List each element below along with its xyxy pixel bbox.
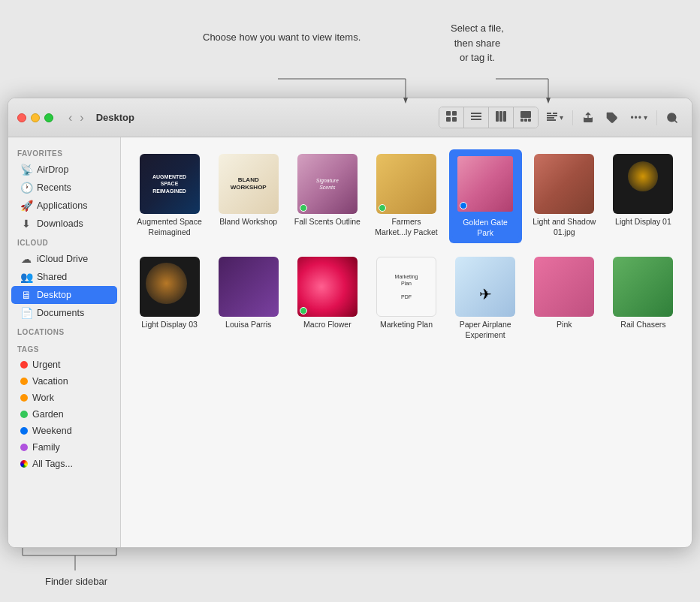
file-thumb: MarketingPlanPDF — [376, 257, 436, 317]
file-thumb — [613, 257, 673, 317]
urgent-dot — [20, 361, 28, 369]
file-label: Macro Flower — [303, 320, 352, 330]
sidebar-item-garden[interactable]: Garden — [11, 406, 117, 423]
search-button[interactable] — [662, 109, 683, 127]
file-label: Farmers Market...ly Packet — [373, 217, 439, 237]
sidebar-item-urgent[interactable]: Urgent — [11, 357, 117, 373]
applications-icon: 🚀 — [20, 200, 32, 212]
sidebar-item-icloud-drive[interactable]: ☁ iCloud Drive — [11, 250, 117, 268]
sidebar-item-vacation[interactable]: Vacation — [11, 373, 117, 390]
file-item-pink[interactable]: Pink — [528, 252, 601, 345]
weekend-dot — [20, 427, 28, 435]
svg-rect-13 — [452, 117, 457, 122]
sidebar-item-recents[interactable]: 🕐 Recents — [11, 179, 117, 197]
file-label: Bland Workshop — [219, 217, 277, 227]
close-button[interactable] — [17, 113, 26, 122]
gallery-view-button[interactable] — [514, 107, 538, 128]
svg-rect-28 — [553, 113, 557, 114]
file-item-farmers-marketly-packet[interactable]: Farmers Market...ly Packet — [370, 149, 442, 243]
file-label: Paper Airplane Experiment — [452, 320, 519, 340]
file-thumb: SignatureScents — [297, 154, 358, 214]
file-area: AUGMENTEDSPACEREIMAGINEDAugmented Space … — [121, 137, 692, 547]
sidebar-item-documents[interactable]: 📄 Documents — [11, 304, 117, 322]
svg-rect-21 — [520, 119, 523, 122]
favorites-header: Favorites — [8, 143, 120, 161]
file-item-louisa-parris[interactable]: Louisa Parris — [212, 252, 285, 345]
more-dropdown-arrow: ▾ — [644, 113, 647, 122]
file-item-marketing-plan[interactable]: MarketingPlanPDFMarketing Plan — [370, 252, 442, 345]
sidebar-item-applications[interactable]: 🚀 Applications — [11, 197, 117, 215]
minimize-button[interactable] — [31, 113, 40, 122]
icloud-header: iCloud — [8, 233, 120, 250]
svg-rect-16 — [471, 119, 481, 120]
tag-button[interactable] — [602, 109, 623, 127]
group-button[interactable]: ▾ — [542, 109, 568, 127]
sidebar-item-family[interactable]: Family — [11, 439, 117, 456]
svg-rect-19 — [503, 111, 506, 122]
svg-rect-18 — [499, 111, 502, 122]
sidebar-item-all-tags[interactable]: All Tags... — [11, 456, 117, 472]
file-label: Louisa Parris — [225, 320, 271, 330]
file-item-light-display-03[interactable]: Light Display 03 — [133, 252, 206, 345]
sidebar-item-downloads[interactable]: ⬇ Downloads — [11, 215, 117, 233]
file-label: Light Display 01 — [615, 217, 671, 227]
tag-indicator — [379, 204, 386, 212]
file-thumb — [140, 257, 200, 317]
sidebar-callout: Finder sidebar — [45, 576, 107, 587]
sidebar-item-desktop[interactable]: 🖥 Desktop — [11, 286, 117, 304]
svg-rect-20 — [520, 111, 531, 118]
more-button[interactable]: ••• ▾ — [626, 110, 652, 126]
svg-rect-12 — [446, 117, 451, 122]
tag-indicator — [460, 202, 467, 209]
nav-buttons: ‹ › — [65, 110, 87, 126]
sidebar-item-work[interactable]: Work — [11, 390, 117, 406]
file-item-augmented-space-reimagined[interactable]: AUGMENTEDSPACEREIMAGINEDAugmented Space … — [133, 149, 206, 243]
garden-dot — [20, 411, 28, 418]
file-item-fall-scents-outline[interactable]: SignatureScentsFall Scents Outline — [291, 149, 364, 243]
file-item-rail-chasers[interactable]: Rail Chasers — [607, 252, 680, 345]
svg-rect-17 — [496, 111, 499, 122]
recents-icon: 🕐 — [20, 182, 32, 194]
group-dropdown-arrow: ▾ — [560, 113, 563, 122]
svg-rect-24 — [547, 113, 551, 114]
file-item-macro-flower[interactable]: Macro Flower — [291, 252, 364, 345]
file-item-paper-airplane-experiment[interactable]: ✈Paper Airplane Experiment — [449, 252, 522, 345]
file-grid: AUGMENTEDSPACEREIMAGINEDAugmented Space … — [133, 149, 680, 345]
window-title: Desktop — [96, 112, 134, 123]
sidebar-item-weekend[interactable]: Weekend — [11, 423, 117, 439]
finder-sidebar: Favorites 📡 AirDrop 🕐 Recents 🚀 Applicat… — [8, 137, 121, 547]
tag-indicator — [300, 307, 307, 315]
view-callout: Choose how you want to view items. — [203, 30, 361, 45]
file-item-light-display-01[interactable]: Light Display 01 — [607, 149, 680, 243]
icloud-drive-icon: ☁ — [20, 253, 32, 265]
svg-rect-27 — [547, 119, 556, 121]
share-callout: Select a file,then shareor tag it. — [451, 21, 504, 65]
svg-line-32 — [674, 120, 677, 122]
list-view-button[interactable] — [464, 107, 489, 128]
svg-rect-23 — [528, 119, 531, 122]
file-thumb: AUGMENTEDSPACEREIMAGINED — [140, 154, 200, 214]
icon-view-button[interactable] — [439, 107, 464, 128]
forward-button[interactable]: › — [77, 110, 86, 126]
all-tags-dot — [20, 460, 28, 468]
back-button[interactable]: ‹ — [65, 110, 75, 126]
sidebar-item-shared[interactable]: 👥 Shared — [11, 268, 117, 286]
file-label: Marketing Plan — [380, 320, 433, 330]
title-bar: ‹ › Desktop — [8, 98, 692, 137]
finder-window: ‹ › Desktop — [8, 98, 692, 548]
file-item-bland-workshop[interactable]: BLANDWORKSHOPBland Workshop — [212, 149, 285, 243]
file-thumb — [534, 154, 594, 214]
file-thumb: ✈ — [455, 257, 515, 317]
maximize-button[interactable] — [44, 113, 53, 122]
sidebar-item-airdrop[interactable]: 📡 AirDrop — [11, 161, 117, 179]
column-view-button[interactable] — [489, 107, 514, 128]
desktop-icon: 🖥 — [20, 289, 32, 301]
file-label: Augmented Space Reimagined — [136, 217, 203, 237]
work-dot — [20, 394, 28, 402]
share-button[interactable] — [578, 109, 599, 127]
file-item-light-and-shadow-01jpg[interactable]: Light and Shadow 01.jpg — [528, 149, 601, 243]
shared-icon: 👥 — [20, 271, 32, 283]
file-item-golden-gate-park[interactable]: Golden Gate Park — [449, 149, 522, 243]
locations-header: Locations — [8, 322, 120, 339]
svg-rect-10 — [446, 111, 451, 116]
